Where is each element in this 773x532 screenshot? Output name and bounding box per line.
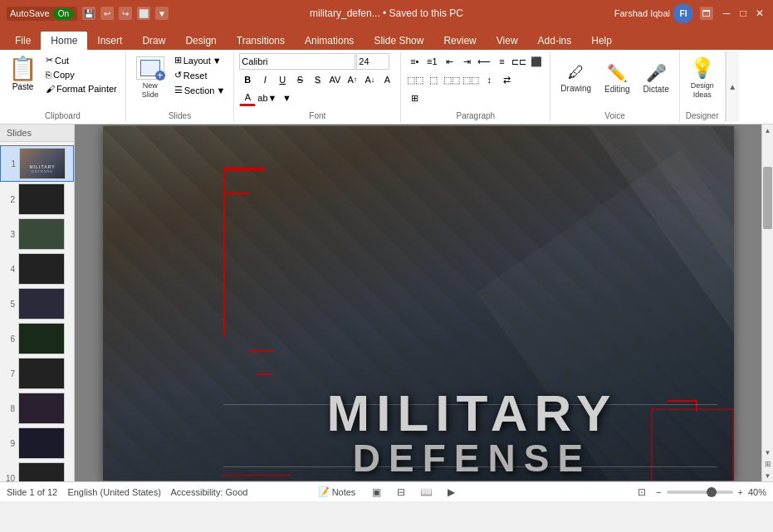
copy-button[interactable]: ⎘ Copy — [42, 68, 120, 81]
tab-transitions[interactable]: Transitions — [227, 32, 295, 50]
tab-home[interactable]: Home — [41, 32, 87, 50]
tab-design[interactable]: Design — [175, 32, 226, 50]
bold-button[interactable]: B — [239, 71, 256, 88]
tab-animations[interactable]: Animations — [295, 32, 364, 50]
new-slide-label: NewSlide — [142, 81, 159, 100]
scroll-down-button[interactable]: ▼ — [762, 447, 774, 458]
slide-thumb-10[interactable]: 10 — [0, 461, 74, 481]
increase-indent-button[interactable]: ⇥ — [458, 53, 475, 70]
customize-icon[interactable]: ▼ — [155, 7, 169, 20]
dictate-button[interactable]: 🎤 Dictate — [638, 53, 674, 103]
cut-button[interactable]: ✂ Cut — [42, 53, 120, 67]
zoom-minus-icon[interactable]: − — [656, 487, 661, 497]
tab-insert[interactable]: Insert — [87, 32, 132, 50]
scroll-up-button[interactable]: ▲ — [762, 124, 774, 136]
fit-slide-button[interactable]: ⊞ — [762, 458, 774, 470]
save-icon[interactable]: 💾 — [82, 7, 95, 20]
shadow-button[interactable]: S — [309, 71, 325, 88]
char-spacing-button[interactable]: AV — [326, 71, 343, 88]
presentation-icon[interactable]: ⬜ — [137, 7, 150, 20]
slide-thumb-7[interactable]: 7 — [0, 356, 74, 391]
bullets-button[interactable]: ≡• — [406, 53, 423, 70]
undo-icon[interactable]: ↩ — [100, 7, 114, 20]
align-button[interactable]: ≡ — [493, 53, 510, 70]
user-profile[interactable]: Farshad Iqbal FI — [614, 3, 693, 23]
reset-button[interactable]: ↺ Reset — [171, 68, 229, 82]
font-color-button[interactable]: A — [239, 90, 256, 106]
slide-thumb-8[interactable]: 8 — [0, 391, 74, 426]
slide-thumb-2[interactable]: 2 — [0, 182, 74, 217]
paste-button[interactable]: 📋 Paste — [5, 53, 41, 93]
view-slide-sorter-button[interactable]: ⊟ — [392, 485, 410, 500]
slide-thumb-6[interactable]: 6 — [0, 321, 74, 356]
smart-art-button[interactable]: ⬛ — [528, 53, 545, 70]
view-slideshow-button[interactable]: ▶ — [442, 485, 460, 500]
slide-thumb-1[interactable]: 1 MILITARY DEFENSE — [0, 145, 74, 182]
minimize-button[interactable]: ─ — [720, 7, 733, 20]
font-color-dropdown[interactable]: ▼ — [278, 90, 295, 106]
format-painter-button[interactable]: 🖌 Format Painter — [42, 82, 120, 95]
scroll-track[interactable] — [762, 136, 773, 447]
decrease-size-button[interactable]: A↓ — [361, 71, 378, 88]
zoom-plus-icon[interactable]: + — [738, 487, 743, 497]
columns-button[interactable]: ⊏⊏ — [511, 53, 527, 70]
numbering-button[interactable]: ≡1 — [423, 53, 440, 70]
paste-label: Paste — [12, 82, 34, 91]
align-left-button[interactable]: ⬚⬚ — [406, 71, 424, 88]
drawing-button[interactable]: 🖊 Drawing — [555, 53, 596, 103]
design-ideas-button[interactable]: 💡 DesignIdeas — [685, 53, 720, 103]
scroll-end-button[interactable]: ▼ — [762, 470, 774, 481]
redo-icon[interactable]: ↪ — [119, 7, 132, 20]
vertical-scrollbar[interactable]: ▲ ▼ ⊞ ▼ — [761, 124, 773, 481]
slide-preview-5 — [18, 288, 65, 320]
layout-button[interactable]: ⊞ Layout ▼ — [171, 53, 229, 67]
view-normal-button[interactable]: ▣ — [367, 485, 385, 500]
align-center-button[interactable]: ⬚ — [425, 71, 442, 88]
decrease-indent-button[interactable]: ⇤ — [441, 53, 457, 70]
zoom-slider[interactable] — [667, 491, 733, 494]
font-size-input[interactable] — [356, 53, 389, 70]
convert-button[interactable]: ⇄ — [498, 71, 515, 88]
slide-thumb-9[interactable]: 9 — [0, 426, 74, 461]
notes-button[interactable]: 📝 Notes — [313, 485, 361, 499]
slide-thumb-3[interactable]: 3 — [0, 217, 74, 251]
designer-label: Designer — [686, 110, 719, 122]
ribbon-display-icon[interactable]: 🗖 — [700, 7, 713, 20]
slide-thumb-5[interactable]: 5 — [0, 286, 74, 321]
slides-panel-header: Slides — [0, 124, 74, 142]
tab-file[interactable]: File — [5, 32, 41, 50]
highlight-button[interactable]: ab▼ — [257, 90, 277, 106]
font-row1 — [239, 53, 389, 70]
tab-slideshow[interactable]: Slide Show — [364, 32, 433, 50]
tab-help[interactable]: Help — [581, 32, 622, 50]
increase-size-button[interactable]: A↑ — [344, 71, 360, 88]
line-spacing-button[interactable]: ↕ — [481, 71, 497, 88]
clear-format-button[interactable]: A — [379, 71, 395, 88]
align-right-button[interactable]: ⬚⬚ — [443, 71, 461, 88]
font-name-input[interactable] — [239, 53, 355, 70]
close-button[interactable]: ✕ — [753, 7, 766, 20]
tab-draw[interactable]: Draw — [132, 32, 175, 50]
strikethrough-button[interactable]: S — [291, 71, 308, 88]
tab-review[interactable]: Review — [433, 32, 486, 50]
tab-view[interactable]: View — [487, 32, 528, 50]
justify-button[interactable]: ⬚⬚ — [462, 71, 480, 88]
para-expand-button[interactable]: ⊞ — [406, 90, 423, 106]
text-direction-button[interactable]: ⟵ — [476, 53, 492, 70]
ribbon-scroll-button[interactable]: ▲ — [726, 51, 739, 122]
fit-slide-status-button[interactable]: ⊡ — [633, 485, 651, 500]
underline-button[interactable]: U — [274, 71, 291, 88]
scroll-thumb[interactable] — [763, 167, 772, 229]
autosave-state[interactable]: On — [53, 8, 74, 19]
slide-thumb-4[interactable]: 4 — [0, 251, 74, 286]
section-button[interactable]: ☰ Section ▼ — [171, 83, 229, 97]
tab-addins[interactable]: Add-ins — [528, 32, 582, 50]
editing-button[interactable]: ✏️ Editing — [599, 53, 635, 103]
italic-button[interactable]: I — [257, 71, 273, 88]
autosave-toggle[interactable]: AutoSave On — [7, 7, 77, 21]
new-slide-button[interactable]: + NewSlide — [131, 53, 169, 103]
maximize-button[interactable]: □ — [736, 7, 750, 20]
clipboard-group: 📋 Paste ✂ Cut ⎘ Copy 🖌 Format Painter — [0, 51, 126, 122]
view-reading-button[interactable]: 📖 — [417, 485, 435, 500]
canvas-area[interactable]: MILITARY DEFENSE YOUR SUBTITLE — [75, 124, 761, 481]
